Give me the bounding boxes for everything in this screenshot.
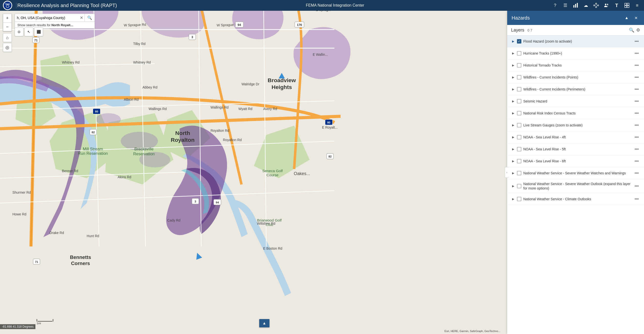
header-actions: ▲ ✕ [623,14,640,22]
svg-text:E Royalt...: E Royalt... [322,125,338,129]
zoom-out-button[interactable]: − [3,23,12,31]
layer-menu-noaa-5ft[interactable]: ••• [633,146,640,153]
list-icon[interactable]: ☰ [560,1,570,10]
layer-name-seismic: Seismic Hazard [523,99,631,103]
svg-text:Royalton Rd: Royalton Rd [210,129,230,133]
layer-name-nws-outlook: National Weather Service - Severe Weathe… [523,182,631,190]
layer-menu-national-risk[interactable]: ••• [633,110,640,117]
svg-point-10 [598,5,599,6]
search-layers-icon[interactable]: 🔍 [629,27,634,33]
help-icon[interactable]: ? [550,1,560,10]
svg-text:71: 71 [35,260,38,263]
locate-button[interactable]: ◎ [3,43,12,52]
layer-checkbox-historical-tornado[interactable] [517,63,521,68]
svg-text:Drake Rd: Drake Rd [50,231,64,235]
layer-expand-wildfires-perimeters[interactable]: ▶ [511,87,515,91]
zoom-in-button[interactable]: + [3,14,12,23]
layer-expand-noaa-5ft[interactable]: ▶ [511,147,515,151]
layer-menu-nws-watches[interactable]: ••• [633,170,640,177]
layer-menu-flood-hazard[interactable]: ••• [633,38,640,45]
hazards-panel: Hazards ▲ ✕ Layers 0 7 🔍 ⚙ ▶ Flood Hazar… [507,11,644,334]
layer-expand-flood-hazard[interactable]: ▶ [511,39,515,43]
chart-icon[interactable] [571,1,580,10]
layer-expand-live-stream[interactable]: ▶ [511,123,515,127]
svg-text:Avery Rd: Avery Rd [263,107,277,111]
svg-text:E Boston Rd: E Boston Rd [263,246,282,250]
grid-icon[interactable] [622,1,632,10]
text-icon[interactable]: T [612,1,622,10]
map-expand-button[interactable]: ▲ [259,319,270,328]
zoom-controls: + − [3,14,12,31]
svg-text:94: 94 [216,201,219,204]
map-tool-1[interactable]: ⊙ [15,27,24,36]
layer-expand-historical-tornado[interactable]: ▶ [511,63,515,67]
layer-menu-wildfires-points[interactable]: ••• [633,74,640,81]
layer-expand-nws-outlook[interactable]: ▶ [511,184,515,188]
map-tool-3[interactable]: ⬛ [34,27,43,36]
layer-checkbox-wildfires-perimeters[interactable] [517,87,521,92]
svg-point-17 [607,4,608,5]
layer-checkbox-noaa-4ft[interactable] [517,135,521,139]
layer-checkbox-noaa-5ft[interactable] [517,147,521,151]
layer-expand-nws-watches[interactable]: ▶ [511,171,515,175]
layer-menu-noaa-6ft[interactable]: ••• [633,158,640,165]
layer-checkbox-nws-watches[interactable] [517,171,521,175]
search-button[interactable]: 🔍 [84,14,94,22]
svg-text:Reservation: Reservation [133,152,155,156]
layer-menu-noaa-4ft[interactable]: ••• [633,134,640,141]
svg-point-9 [596,3,597,5]
layer-item-noaa-4ft: ▶ NOAA - Sea Level Rise - 4ft ••• [507,131,644,143]
layer-menu-nws-climate[interactable]: ••• [633,196,640,202]
layer-expand-seismic[interactable]: ▶ [511,99,515,103]
search-input[interactable] [15,15,78,21]
layer-checkbox-flood-hazard[interactable] [517,39,521,44]
layer-checkbox-seismic[interactable] [517,99,521,103]
people-icon[interactable] [602,1,611,10]
map-toolbar: ⊙ ↖ ⬛ [15,27,43,36]
svg-text:82: 82 [92,131,95,134]
layer-expand-hurricane-tracks[interactable]: ▶ [511,51,515,55]
svg-text:Akins Rd: Akins Rd [118,175,132,179]
svg-text:Seneca Golf: Seneca Golf [262,169,283,173]
layer-menu-nws-outlook[interactable]: ••• [633,183,640,189]
layer-menu-wildfires-perimeters[interactable]: ••• [633,86,640,93]
svg-text:176: 176 [297,23,302,27]
svg-text:Cady Rd: Cady Rd [167,219,180,222]
layer-checkbox-hurricane-tracks[interactable] [517,51,521,56]
clear-search-button[interactable]: ✕ [78,16,84,20]
panel-close-button[interactable]: ✕ [632,14,640,22]
svg-point-16 [605,4,606,5]
layer-menu-seismic[interactable]: ••• [633,98,640,105]
layer-expand-noaa-6ft[interactable]: ▶ [511,159,515,163]
layer-checkbox-national-risk[interactable] [517,111,521,115]
layer-name-live-stream: Live Stream Gauges (zoom to activate) [523,123,631,127]
layer-menu-historical-tornado[interactable]: ••• [633,62,640,69]
svg-text:Wallings Rd: Wallings Rd [148,107,166,111]
layer-expand-national-risk[interactable]: ▶ [511,111,515,115]
layer-name-wildfires-points: Wildfires - Current Incidents (Points) [523,75,631,80]
network-icon[interactable] [591,1,601,10]
panel-collapse-icon[interactable]: ▲ [623,14,630,22]
toolbar-icons: 🔍 ⚙ [629,27,640,33]
filter-layers-icon[interactable]: ⚙ [636,27,640,33]
layer-menu-live-stream[interactable]: ••• [633,122,640,129]
hamburger-menu-icon[interactable]: ≡ [632,1,642,10]
layer-name-nws-climate: National Weather Service - Climate Outlo… [523,197,631,201]
layer-checkbox-nws-climate[interactable] [517,197,521,201]
layer-expand-noaa-4ft[interactable]: ▶ [511,135,515,139]
layer-name-noaa-5ft: NOAA - Sea Level Rise - 5ft [523,147,631,151]
svg-text:3: 3 [194,200,196,203]
layer-expand-wildfires-points[interactable]: ▶ [511,75,515,79]
svg-text:Tilby Rd: Tilby Rd [133,42,146,46]
map-attribution: Esri, HERE, Garmin, SafeGraph, GeoTechno… [0,329,502,332]
layer-menu-hurricane-tracks[interactable]: ••• [633,50,640,57]
layer-checkbox-nws-outlook[interactable] [517,184,521,188]
layer-checkbox-live-stream[interactable] [517,123,521,127]
cloud-icon[interactable]: ☁ [581,1,591,10]
layer-checkbox-noaa-6ft[interactable] [517,159,521,163]
home-button[interactable]: ⌂ [3,33,12,42]
layer-checkbox-wildfires-points[interactable] [517,75,521,80]
panel-collapse-button[interactable]: › [505,167,509,178]
layer-expand-nws-climate[interactable]: ▶ [511,197,515,201]
map-tool-2[interactable]: ↖ [24,27,33,36]
